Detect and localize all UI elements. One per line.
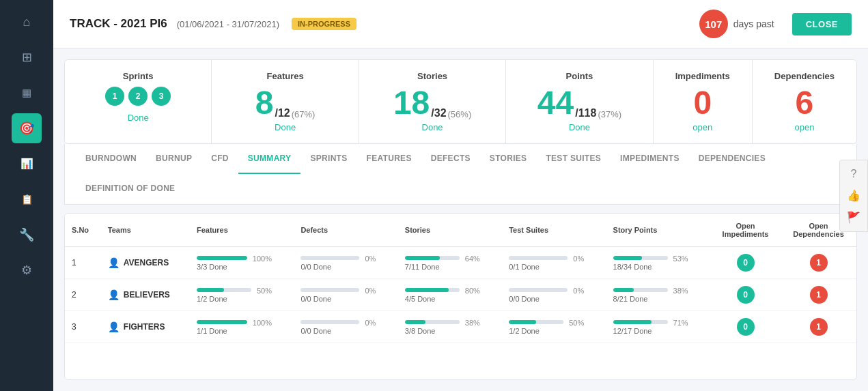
cell-open-impediments: 0 xyxy=(710,247,781,279)
date-range: (01/06/2021 - 31/07/2021) xyxy=(177,19,279,29)
progress-bar: 0% 0/0 Done xyxy=(300,255,376,271)
progress-bar: 50% 1/2 Done xyxy=(197,287,272,303)
impediments-number: 0 xyxy=(693,87,712,119)
tab-test-suites[interactable]: TEST SUITES xyxy=(536,144,611,174)
progress-bar: 0% 0/0 Done xyxy=(300,319,376,335)
tab-sprints[interactable]: SPRINTS xyxy=(300,144,356,174)
features-pct: (67%) xyxy=(292,109,316,119)
points-card: Points 44 /118 (37%) Done xyxy=(506,60,652,143)
sidebar-item-home[interactable]: ⌂ xyxy=(12,7,42,37)
cell-storypoints: 71% 12/17 Done xyxy=(606,311,710,343)
team-icon: 👤 xyxy=(108,289,120,300)
cell-defects: 0% 0/0 Done xyxy=(294,311,397,343)
features-title: Features xyxy=(267,71,304,81)
impediments-title: Impediments xyxy=(675,71,730,81)
progress-bar: 64% 7/11 Done xyxy=(405,255,480,271)
sidebar-item-tools[interactable]: 🔧 xyxy=(12,220,42,250)
features-big-number: 8 xyxy=(255,87,274,119)
feedback-thumbs-up[interactable]: 👍 xyxy=(844,186,863,205)
cell-storypoints: 38% 8/21 Done xyxy=(606,279,710,311)
cell-team: 👤 AVENGERS xyxy=(101,247,190,279)
sidebar-item-settings[interactable]: ⚙ xyxy=(12,255,42,285)
days-past-circle: 107 xyxy=(699,10,728,38)
tab-cfd[interactable]: CFD xyxy=(201,144,238,174)
feedback-flag[interactable]: 🚩 xyxy=(844,208,863,227)
progress-bar: 0% 0/0 Done xyxy=(509,287,584,303)
sprint-circle-1: 1 xyxy=(105,87,124,106)
dependencies-card: Dependencies 6 open xyxy=(753,60,856,143)
cell-testsuites: 50% 1/2 Done xyxy=(502,311,606,343)
col-sno: S.No xyxy=(65,214,101,247)
sprints-title: Sprints xyxy=(123,71,154,81)
stories-done: Done xyxy=(422,122,443,132)
col-features: Features xyxy=(190,214,294,247)
cell-sno: 1 xyxy=(65,247,101,279)
table-row: 1 👤 AVENGERS 100% 3/3 Done 0% 0/0 Done 6… xyxy=(65,247,856,279)
status-badge: IN-PROGRESS xyxy=(292,18,356,30)
cell-testsuites: 0% 0/0 Done xyxy=(502,279,606,311)
sidebar-item-target[interactable]: 🎯 xyxy=(12,113,42,143)
tab-features[interactable]: FEATURES xyxy=(357,144,421,174)
cell-features: 100% 3/3 Done xyxy=(190,247,294,279)
dependencies-badge: 1 xyxy=(810,254,828,272)
stories-title: Stories xyxy=(417,71,447,81)
cell-open-impediments: 0 xyxy=(710,279,781,311)
table-header-row: S.No Teams Features Defects Stories Test… xyxy=(65,214,856,247)
features-fraction: /12 xyxy=(275,107,290,119)
page-title: TRACK - 2021 PI6 xyxy=(70,17,167,31)
cell-sno: 3 xyxy=(65,311,101,343)
days-label: days past xyxy=(733,18,774,29)
tab-burnup[interactable]: BURNUP xyxy=(146,144,201,174)
cell-features: 100% 1/1 Done xyxy=(190,311,294,343)
feedback-question[interactable]: ? xyxy=(844,164,863,184)
stories-pct: (56%) xyxy=(448,109,472,119)
summary-table: S.No Teams Features Defects Stories Test… xyxy=(65,214,856,343)
progress-bar: 80% 4/5 Done xyxy=(405,287,480,303)
col-open-impediments: OpenImpediments xyxy=(710,214,781,247)
stories-fraction: /32 xyxy=(431,107,446,119)
sidebar-item-layers[interactable]: ⊞ xyxy=(12,42,42,72)
cell-defects: 0% 0/0 Done xyxy=(294,247,397,279)
tab-stories[interactable]: STORIES xyxy=(480,144,537,174)
points-title: Points xyxy=(566,71,593,81)
tab-definition-of-done[interactable]: DEFINITION OF DONE xyxy=(76,174,184,204)
days-past-container: 107 days past xyxy=(699,10,774,38)
points-fraction: /118 xyxy=(575,107,596,119)
progress-bar: 100% 1/1 Done xyxy=(197,319,272,335)
cell-stories: 80% 4/5 Done xyxy=(398,279,502,311)
tab-defects[interactable]: DEFECTS xyxy=(421,144,480,174)
col-defects: Defects xyxy=(294,214,397,247)
col-stories: Stories xyxy=(398,214,502,247)
main-content: TRACK - 2021 PI6 (01/06/2021 - 31/07/202… xyxy=(53,0,868,391)
tab-impediments[interactable]: IMPEDIMENTS xyxy=(611,144,689,174)
sprint-circles: 1 2 3 xyxy=(105,87,171,106)
team-icon: 👤 xyxy=(108,321,120,332)
progress-bar: 38% 3/8 Done xyxy=(405,319,480,335)
sprint-circle-2: 2 xyxy=(128,87,148,106)
col-testsuites: Test Suites xyxy=(502,214,606,247)
tab-summary[interactable]: SUMMARY xyxy=(238,144,301,174)
cell-sno: 2 xyxy=(65,279,101,311)
progress-bar: 0% 0/0 Done xyxy=(300,287,376,303)
cell-stories: 38% 3/8 Done xyxy=(398,311,502,343)
cell-open-dependencies: 1 xyxy=(781,247,856,279)
stats-right-cards: Impediments 0 open Dependencies 6 open xyxy=(654,59,857,144)
tab-dependencies[interactable]: DEPENDENCIES xyxy=(689,144,775,174)
dependencies-badge: 1 xyxy=(810,318,828,336)
points-pct: (37%) xyxy=(598,109,621,119)
sidebar: ⌂ ⊞ ▦ 🎯 📊 📋 🔧 ⚙ xyxy=(0,0,53,391)
tab-bar: BURNDOWN BURNUP CFD SUMMARY SPRINTS FEAT… xyxy=(64,144,857,205)
progress-bar: 53% 18/34 Done xyxy=(613,255,688,271)
tab-burndown[interactable]: BURNDOWN xyxy=(76,144,146,174)
sidebar-item-chart[interactable]: 📊 xyxy=(12,149,42,179)
sidebar-item-calendar[interactable]: ▦ xyxy=(12,78,42,108)
cell-defects: 0% 0/0 Done xyxy=(294,279,397,311)
close-button[interactable]: CLOSE xyxy=(792,13,852,35)
sprints-done: Done xyxy=(128,113,149,123)
progress-bar: 38% 8/21 Done xyxy=(613,287,688,303)
impediments-badge: 0 xyxy=(737,286,755,304)
progress-bar: 50% 1/2 Done xyxy=(509,319,584,335)
sidebar-item-clipboard[interactable]: 📋 xyxy=(12,184,42,214)
stories-card: Stories 18 /32 (56%) Done xyxy=(359,60,506,143)
stories-big-number: 18 xyxy=(393,87,430,119)
